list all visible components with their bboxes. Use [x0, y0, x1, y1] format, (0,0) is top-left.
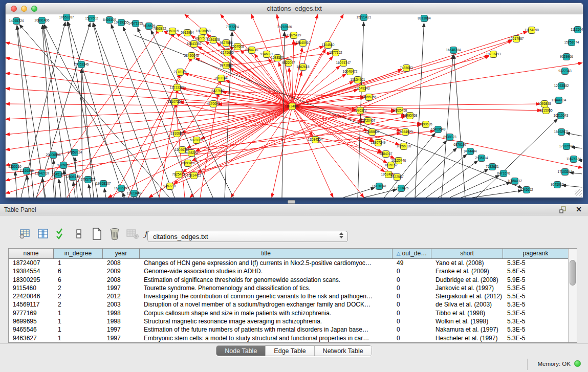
- table-row[interactable]: 2242004622012Investigating the contribut…: [9, 292, 568, 300]
- graph-node[interactable]: 16136141: [372, 183, 387, 190]
- table-cell[interactable]: 14569117: [9, 300, 54, 309]
- graph-node[interactable]: 15692971: [554, 129, 569, 136]
- table-cell[interactable]: 1998: [103, 317, 140, 325]
- graph-node[interactable]: 2718126: [173, 69, 187, 76]
- table-cell[interactable]: Embryonic stem cells: a model to study s…: [140, 334, 393, 342]
- citation-edge[interactable]: [292, 104, 540, 106]
- table-cell[interactable]: Genome-wide association studies in ADHD.: [140, 267, 393, 275]
- table-row[interactable]: 969969511998Structural magnetic resonanc…: [9, 317, 568, 325]
- graph-node[interactable]: 9899695: [419, 121, 432, 128]
- graph-node[interactable]: 13325419: [287, 32, 301, 39]
- table-cell[interactable]: Wolkin et al. (1998): [431, 317, 503, 325]
- graph-node[interactable]: 17016504: [559, 143, 574, 150]
- graph-node[interactable]: 8454749: [245, 47, 258, 54]
- table-cell[interactable]: 5.3E-5: [503, 317, 568, 325]
- new-table-icon[interactable]: [90, 227, 103, 241]
- table-cell[interactable]: Jankovic et al. (1997): [431, 284, 503, 292]
- close-panel-icon[interactable]: ✕: [576, 205, 582, 213]
- graph-node[interactable]: 22420046: [184, 53, 199, 59]
- graph-node[interactable]: 2667608: [231, 43, 244, 50]
- column-header-pagerank[interactable]: pagerank: [503, 249, 568, 258]
- table-cell[interactable]: 5.3E-5: [503, 309, 568, 317]
- table-cell[interactable]: 2008: [103, 276, 140, 284]
- graph-node[interactable]: 2935114: [475, 155, 488, 162]
- edge[interactable]: [111, 24, 175, 198]
- graph-node[interactable]: 17533426: [394, 185, 409, 192]
- table-cell[interactable]: 6: [54, 276, 103, 284]
- graph-node[interactable]: 11675324: [567, 156, 581, 163]
- table-cell[interactable]: 9699695: [9, 317, 54, 325]
- edge[interactable]: [364, 189, 397, 198]
- table-cell[interactable]: Corpus callosum shape and size in male p…: [140, 309, 393, 317]
- citation-edge[interactable]: [6, 73, 292, 106]
- graph-node[interactable]: 1527602: [85, 15, 98, 22]
- edge[interactable]: [93, 23, 140, 198]
- graph-node[interactable]: 9245012: [551, 182, 564, 188]
- graph-node[interactable]: 9329966: [560, 54, 573, 60]
- graph-node[interactable]: 18107554: [168, 99, 183, 105]
- table-row[interactable]: 977716911998Corpus callosum shape and si…: [9, 309, 568, 317]
- citation-edge[interactable]: [108, 106, 292, 198]
- table-cell[interactable]: Tourette syndrome. Phenomenology and cla…: [140, 284, 393, 292]
- graph-node[interactable]: 19958107: [96, 181, 111, 187]
- table-cell[interactable]: 1: [54, 317, 103, 325]
- table-cell[interactable]: 0: [393, 325, 431, 334]
- graph-node[interactable]: 19495768: [403, 113, 418, 119]
- table-cell[interactable]: Disruption of a novel member of a sodium…: [140, 300, 393, 309]
- table-cell[interactable]: 5.3E-5: [503, 300, 568, 309]
- graph-node[interactable]: 8186328: [207, 37, 220, 43]
- table-cell[interactable]: 5.9E-5: [503, 276, 568, 284]
- table-cell[interactable]: 2: [54, 284, 103, 292]
- citation-edge[interactable]: [194, 41, 512, 176]
- graph-node[interactable]: 15751074: [564, 39, 579, 46]
- citation-edge[interactable]: [185, 74, 292, 106]
- table-cell[interactable]: 0: [393, 300, 431, 309]
- citation-edge[interactable]: [6, 106, 292, 135]
- citation-edge[interactable]: [221, 47, 323, 78]
- citation-edge[interactable]: [195, 106, 292, 151]
- table-cell[interactable]: 5.5E-5: [503, 292, 568, 300]
- graph-node[interactable]: 14549343: [355, 85, 370, 92]
- table-cell[interactable]: 1: [54, 334, 103, 342]
- graph-node[interactable]: 10688609: [365, 129, 380, 136]
- graph-node[interactable]: 17359924: [68, 149, 82, 156]
- table-cell[interactable]: de Silva et al. (2003): [431, 300, 503, 309]
- edge[interactable]: [93, 23, 159, 198]
- graph-node[interactable]: 16648784: [446, 47, 461, 54]
- table-cell[interactable]: 5.6E-5: [503, 267, 568, 275]
- table-cell[interactable]: 5.3E-5: [503, 325, 568, 334]
- table-cell[interactable]: Tibbo et al. (1998): [431, 309, 503, 317]
- graph-node[interactable]: 20206556: [46, 152, 61, 159]
- scrollbar-thumb[interactable]: [570, 260, 576, 286]
- graph-node[interactable]: 16782753: [114, 185, 129, 192]
- table-cell[interactable]: 5.3E-5: [503, 284, 568, 292]
- citation-edge[interactable]: [292, 72, 302, 106]
- table-cell[interactable]: 0: [393, 284, 431, 292]
- graph-node[interactable]: 8813054: [418, 15, 431, 22]
- column-visibility-icon[interactable]: [36, 227, 50, 241]
- graph-node[interactable]: 11156859: [19, 168, 34, 174]
- vertical-scrollbar[interactable]: [568, 249, 577, 342]
- table-cell[interactable]: Structural magnetic resonance image aver…: [140, 317, 393, 325]
- edge[interactable]: [42, 178, 45, 198]
- graph-node[interactable]: 17103544: [558, 169, 573, 176]
- edge[interactable]: [15, 171, 17, 198]
- graph-node[interactable]: 1916687: [170, 130, 184, 137]
- table-cell[interactable]: 1997: [103, 334, 140, 342]
- graph-node[interactable]: 18640910: [296, 40, 311, 47]
- table-cell[interactable]: 5.3E-5: [503, 259, 568, 267]
- graph-node[interactable]: 14055724: [9, 18, 24, 25]
- edge[interactable]: [415, 23, 424, 198]
- table-cell[interactable]: Yano et al. (2008): [431, 259, 503, 267]
- edge[interactable]: [442, 55, 453, 198]
- graph-node[interactable]: 14671355: [128, 20, 143, 27]
- table-cell[interactable]: 19384554: [9, 267, 54, 275]
- graph-node[interactable]: 7625402: [172, 171, 185, 178]
- table-cell[interactable]: 2009: [103, 267, 140, 275]
- edge[interactable]: [89, 184, 91, 198]
- table-cell[interactable]: 0: [393, 334, 431, 342]
- edge[interactable]: [59, 179, 61, 198]
- table-cell[interactable]: Hescheler et al. (1997): [431, 334, 503, 342]
- graph-node[interactable]: 12213383: [170, 84, 185, 91]
- table-row[interactable]: 1872400712008Changes of HCN gene express…: [9, 259, 568, 267]
